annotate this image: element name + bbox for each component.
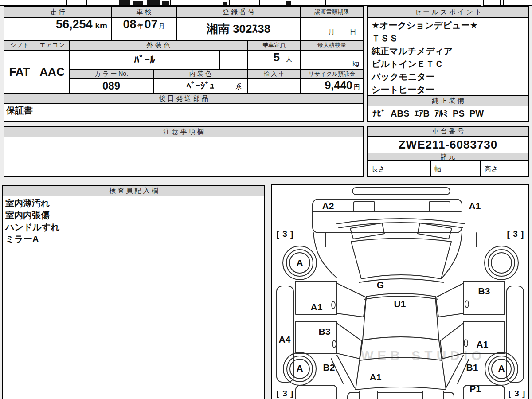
divider: [0, 5, 481, 6]
auction-sheet: 走 行 車 検 登 録 番 号 譲渡書類期限 56,254 km 08 年 07…: [0, 0, 532, 399]
sales-points-content: ★オークションデビュー★ ＴＳＳ 純正マルチメディア ビルトインＥＴＣ バックモ…: [368, 18, 528, 95]
chassis-number: ZWE211-6083730: [399, 138, 498, 152]
sales-points-header: セ ー ル ス ポ イ ン ト: [368, 7, 528, 17]
inspection-year: 08: [123, 18, 136, 31]
diagram-code-label: A2: [322, 201, 334, 211]
max-load-label: 最大積載量: [317, 41, 346, 49]
transfer-value-cell: 月 日: [301, 18, 363, 40]
color-no-label: カ ラ ー No.: [94, 70, 128, 78]
recycle-value-cell: 9,440 円: [301, 79, 363, 93]
diagram-code-label: B3: [478, 286, 490, 297]
shift-header: シフト: [4, 41, 35, 50]
diagram-code-label: [ 3 ]: [509, 389, 526, 399]
exterior-color-value-cell: ﾊﾟｰﾙ: [70, 51, 219, 69]
capacity-unit: 人: [286, 55, 292, 63]
chassis-header: 車 台 番 号: [368, 127, 528, 136]
spec-length-cell: 長さ: [368, 161, 430, 176]
capacity-header: 乗車定員: [248, 41, 300, 50]
chassis-value-cell: ZWE211-6083730: [368, 137, 528, 153]
max-load-header: 最大積載量: [301, 41, 363, 50]
registration-header: 登 録 番 号: [177, 7, 300, 17]
genuine-equipment-value: ﾅﾋﾞ ABS ｴｱB ｱﾙﾐ PS PW: [368, 106, 528, 121]
spec-width-label: 幅: [434, 165, 441, 173]
capacity-value-cell: 5 人: [248, 51, 300, 69]
diagram-code-label: B2: [323, 362, 335, 373]
diagram-code-label: U1: [394, 299, 406, 309]
specs-header: 諸 元: [368, 153, 528, 160]
diagram-code-label: [ 3 ]: [507, 229, 524, 239]
inspector-label: 検 査 員 記 入 欄: [109, 187, 158, 195]
interior-color-value: ﾍﾞｰｼﾞｭ: [187, 81, 215, 91]
cautions-header: 注 意 事 項 欄: [4, 127, 363, 137]
interior-label: 内 装 色: [189, 70, 211, 78]
max-load-value-cell: kg: [301, 51, 363, 69]
inspection-year-unit: 年: [137, 23, 144, 31]
import-header: 輸 入 車: [248, 70, 300, 78]
import-label: 輸 入 車: [264, 70, 284, 78]
aircon-header: エアコン: [35, 41, 69, 50]
chassis-box: 車 台 番 号 ZWE211-6083730 諸 元 長さ 幅 高さ: [367, 126, 529, 177]
diagram-code-label: G: [377, 280, 384, 290]
diagram-code-label: A1: [477, 339, 489, 350]
mileage-header: 走 行: [4, 7, 111, 17]
cropped-row-text-fragment: [147, 0, 160, 5]
mileage-value: 56,254: [56, 18, 93, 31]
capacity-value: 5: [274, 51, 280, 64]
spec-height-cell: 高さ: [481, 161, 528, 176]
inspector-header: 検 査 員 記 入 欄: [3, 186, 264, 196]
diagram-code-label: [ 3 ]: [277, 389, 294, 399]
diagram-code-label: A: [498, 363, 505, 374]
shift-value: FAT: [9, 65, 30, 79]
aircon-value: AAC: [39, 65, 64, 79]
genuine-equipment-header: 純 正 装 備: [368, 96, 528, 106]
spec-height-label: 高さ: [485, 165, 498, 173]
cropped-row-text-fragment: [162, 1, 169, 5]
cropped-row-text-fragment: [223, 2, 227, 5]
color-no-value: 089: [102, 80, 120, 92]
cropped-row-text-fragment: [119, 0, 130, 5]
divider: [500, 0, 501, 6]
later-parts-value: 保証書: [6, 106, 33, 115]
transfer-day-unit: 日: [350, 28, 356, 36]
diagram-code-label: P1: [469, 383, 481, 394]
registration-value: 湘南 302ｽ38: [207, 21, 271, 37]
shift-label: シフト: [10, 41, 29, 49]
divider: [170, 0, 171, 6]
damage-diagram: WEB STUDIO: [272, 185, 528, 399]
divider: [503, 0, 504, 6]
inspection-label: 車 検: [136, 8, 151, 16]
sales-points-label: セ ー ル ス ポ イ ン ト: [415, 8, 482, 16]
diagram-code-label: A1: [370, 372, 382, 383]
cautions-label: 注 意 事 項 欄: [163, 128, 204, 136]
diagram-code-label: A1: [469, 201, 481, 211]
registration-label: 登 録 番 号: [223, 8, 255, 16]
exterior-color-header: 外 装 色: [70, 41, 247, 50]
inspection-value-cell: 08 年 07 月: [112, 18, 176, 40]
transfer-docs-header: 譲渡書類期限: [301, 7, 363, 17]
diagram-code-label: A4: [279, 334, 291, 345]
diagram-code-label: B1: [466, 362, 478, 373]
info-table: 走 行 車 検 登 録 番 号 譲渡書類期限 56,254 km 08 年 07…: [4, 6, 364, 122]
color-no-header: カ ラ ー No.: [70, 70, 153, 78]
exterior-color-value: ﾊﾟｰﾙ: [134, 54, 155, 66]
interior-color-header: 内 装 色: [154, 70, 247, 78]
aircon-value-cell: AAC: [35, 51, 69, 93]
specs-label: 諸 元: [441, 153, 455, 160]
diagram-code-label: A1: [311, 302, 323, 313]
diagram-code-label: A: [296, 363, 303, 374]
registration-value-cell: 湘南 302ｽ38: [177, 18, 300, 40]
cropped-top-row: [0, 0, 532, 5]
cautions-box: 注 意 事 項 欄: [4, 126, 364, 177]
empty-cell: [220, 51, 247, 69]
empty-cell: [274, 79, 300, 93]
divider: [481, 0, 481, 6]
transfer-month-unit: 月: [328, 28, 335, 36]
color-no-value-cell: 089: [70, 79, 153, 93]
damage-diagram-box: WEB STUDIO: [271, 184, 529, 399]
transfer-label: 譲渡書類期限: [315, 8, 349, 16]
recycle-unit: 円: [354, 83, 360, 91]
recycle-label: リサイクル預託金: [309, 70, 356, 78]
cropped-row-text-fragment: [286, 1, 291, 5]
exterior-label: 外 装 色: [146, 41, 170, 50]
recycle-value: 9,440: [325, 79, 352, 92]
